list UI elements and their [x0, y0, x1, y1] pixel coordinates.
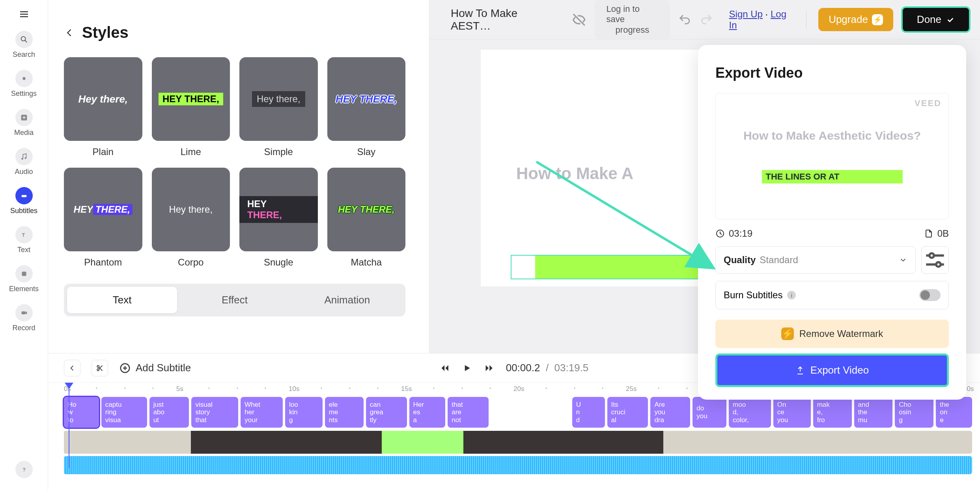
- play-icon[interactable]: [462, 363, 472, 373]
- nav-label: Record: [12, 324, 35, 332]
- playhead[interactable]: [65, 383, 73, 466]
- nav-audio[interactable]: Audio: [0, 144, 48, 180]
- subtitle-clip[interactable]: make,fro: [813, 397, 852, 428]
- clock-icon: [715, 229, 725, 238]
- video-track[interactable]: [64, 431, 972, 454]
- svg-point-21: [936, 262, 941, 267]
- subtitle-clip[interactable]: Onceyou: [773, 397, 811, 428]
- subtitle-track[interactable]: Howtocapturingvisuajustaboutvisualstoryt…: [64, 397, 972, 428]
- timeline-back-button[interactable]: [64, 360, 80, 376]
- subtitle-clip[interactable]: Itscrucial: [607, 397, 648, 428]
- search-icon: [15, 31, 33, 48]
- subtitle-clip[interactable]: Areyoudra: [650, 397, 690, 428]
- style-snugle[interactable]: HEY THERE,Snugle: [239, 168, 318, 268]
- help-icon: ?: [15, 461, 33, 478]
- nav-help[interactable]: ?: [0, 457, 48, 482]
- visibility-off-icon[interactable]: [571, 12, 586, 28]
- subtitle-clip[interactable]: visualstorythat: [191, 397, 238, 428]
- subtitle-clip[interactable]: thatarenot: [448, 397, 489, 428]
- login-save-banner[interactable]: Log in to saveprogress: [594, 0, 670, 39]
- topbar: How To Make AEST… Log in to saveprogress…: [429, 0, 980, 39]
- svg-text:?: ?: [22, 467, 26, 473]
- nav-text[interactable]: T Text: [0, 222, 48, 258]
- forward-icon[interactable]: [484, 363, 494, 373]
- subtitle-clip[interactable]: capturingvisua: [101, 397, 147, 428]
- style-lime[interactable]: HEY THERE,Lime: [152, 57, 230, 157]
- style-corpo[interactable]: Hey there,Corpo: [152, 168, 230, 268]
- nav-subtitles[interactable]: Subtitles: [0, 183, 48, 219]
- add-subtitle-button[interactable]: Add Subtitle: [119, 362, 191, 374]
- nav-rail: Search Settings Media Audio Subtitles T …: [0, 0, 48, 490]
- remove-watermark-button[interactable]: ⚡ Remove Watermark: [715, 320, 949, 348]
- upload-icon: [795, 366, 805, 375]
- subtitle-clip[interactable]: andthemu: [854, 397, 893, 428]
- style-slay[interactable]: HEY THERE,Slay: [327, 57, 406, 157]
- nav-label: Elements: [9, 285, 39, 293]
- bolt-icon: ⚡: [872, 14, 883, 25]
- advanced-settings-button[interactable]: [921, 246, 949, 274]
- subtitle-clip[interactable]: mood,color,: [729, 397, 771, 428]
- ruler-tick: 10s: [289, 385, 299, 393]
- info-icon[interactable]: i: [787, 291, 796, 299]
- nav-elements[interactable]: Elements: [0, 261, 48, 297]
- auth-links: Sign Up · Log In: [729, 9, 795, 31]
- nav-label: Text: [17, 246, 30, 254]
- subtitle-clip[interactable]: looking: [285, 397, 323, 428]
- tracks: Howtocapturingvisuajustaboutvisualstoryt…: [64, 397, 972, 474]
- quality-select[interactable]: Quality Standard: [715, 246, 916, 274]
- style-plain[interactable]: Hey there,Plain: [64, 57, 142, 157]
- nav-media[interactable]: Media: [0, 105, 48, 141]
- back-icon[interactable]: [64, 27, 75, 38]
- subtitle-clip[interactable]: Choosing: [895, 397, 933, 428]
- svg-rect-13: [22, 272, 26, 276]
- camera-icon: [15, 304, 33, 322]
- subtitle-clip[interactable]: doyou: [693, 397, 726, 428]
- nav-record[interactable]: Record: [0, 300, 48, 336]
- burn-toggle[interactable]: [919, 289, 941, 301]
- playback-controls: 00:00.2 / 03:19.5: [440, 362, 589, 374]
- sliders-icon: [922, 247, 948, 273]
- export-duration: 03:19: [729, 228, 752, 239]
- subtitle-clip[interactable]: Und: [572, 397, 605, 428]
- subtitle-clip[interactable]: Heresa: [409, 397, 446, 428]
- style-phantom[interactable]: HEY THERE,Phantom: [64, 168, 142, 268]
- export-preview-headline: How to Make Aesthetic Videos?: [743, 129, 921, 142]
- burn-label: Burn Subtitles: [724, 290, 782, 301]
- signup-link[interactable]: Sign Up: [729, 9, 763, 19]
- project-title[interactable]: How To Make AEST…: [451, 7, 556, 32]
- done-button[interactable]: Done: [901, 6, 971, 33]
- subtitle-clip[interactable]: justabout: [149, 397, 189, 428]
- rewind-icon[interactable]: [440, 363, 450, 373]
- nav-settings[interactable]: Settings: [0, 66, 48, 102]
- undo-icon[interactable]: [678, 13, 692, 27]
- tab-effect[interactable]: Effect: [179, 287, 289, 313]
- watermark: VEED: [915, 98, 941, 108]
- burn-subtitles-row: Burn Subtitles i: [715, 281, 949, 309]
- subtitle-clip[interactable]: elements: [325, 397, 364, 428]
- canvas-subtitle-selection[interactable]: [511, 255, 706, 279]
- style-simple[interactable]: Hey there,Simple: [239, 57, 318, 157]
- tab-animation[interactable]: Animation: [292, 287, 402, 313]
- timeline-time: 00:00.2 / 03:19.5: [506, 362, 589, 374]
- subtitle-clip[interactable]: theone: [936, 397, 972, 428]
- nav-search[interactable]: Search: [0, 27, 48, 63]
- nav-label: Subtitles: [10, 207, 37, 215]
- upgrade-button[interactable]: Upgrade⚡: [818, 8, 893, 31]
- canvas[interactable]: How to Make A: [481, 50, 706, 286]
- menu-button[interactable]: [15, 5, 34, 24]
- tab-text[interactable]: Text: [67, 287, 177, 313]
- ruler-tick: 25s: [626, 385, 637, 393]
- nav-label: Search: [13, 50, 35, 59]
- export-panel: Export Video VEED How to Make Aesthetic …: [698, 45, 966, 400]
- export-video-button[interactable]: Export Video: [715, 353, 949, 387]
- ruler-tick: 5s: [176, 385, 183, 393]
- audio-track[interactable]: [64, 456, 972, 474]
- split-button[interactable]: [91, 360, 108, 376]
- style-matcha[interactable]: HEY THERE,Matcha: [327, 168, 406, 268]
- nav-label: Audio: [15, 168, 33, 176]
- subtitle-clip[interactable]: Whetheryour: [241, 397, 283, 428]
- subtitle-clip[interactable]: cangreatly: [366, 397, 407, 428]
- bolt-icon: ⚡: [781, 327, 794, 340]
- music-icon: [15, 148, 33, 165]
- redo-icon[interactable]: [700, 13, 713, 27]
